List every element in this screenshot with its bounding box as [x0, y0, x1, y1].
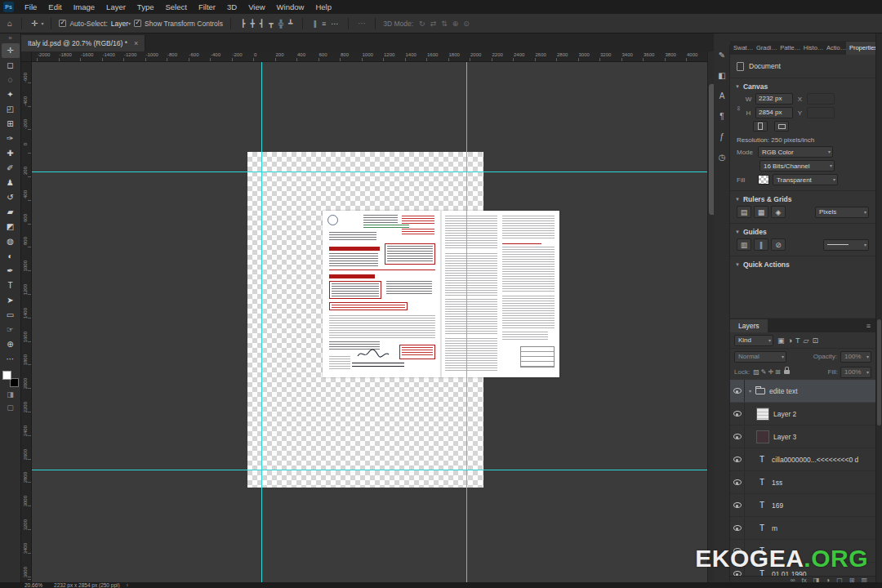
character-panel-icon[interactable]: A: [714, 86, 730, 106]
layer-visibility-toggle[interactable]: [730, 517, 745, 539]
hand-tool[interactable]: ☞: [2, 323, 20, 337]
3d-roll-icon[interactable]: ⇄: [428, 15, 439, 33]
menu-edit[interactable]: Edit: [42, 0, 67, 14]
layer-row[interactable]: Layer 3: [730, 425, 875, 448]
distribute-vertical-icon[interactable]: ∥: [310, 15, 319, 33]
marquee-tool[interactable]: ◻: [2, 58, 20, 73]
blur-tool[interactable]: ◍: [2, 234, 20, 249]
menu-window[interactable]: Window: [271, 0, 310, 14]
align-center-horizontal-icon[interactable]: ╋: [247, 15, 256, 33]
bit-depth-select[interactable]: 16 Bits/Channel: [760, 160, 835, 172]
tab-histo[interactable]: Histo…: [800, 42, 823, 55]
zoom-level[interactable]: 20.66%: [24, 582, 42, 588]
screen-mode-icon[interactable]: ▢: [2, 401, 20, 414]
layer-effects-icon[interactable]: fx: [802, 577, 807, 582]
home-icon[interactable]: ⌂: [6, 19, 14, 28]
align-middle-icon[interactable]: ╬: [276, 15, 286, 33]
lock-guides-icon[interactable]: ∥: [754, 238, 768, 251]
opacity-select[interactable]: 100%: [840, 351, 871, 363]
status-arrow-icon[interactable]: ›: [127, 582, 128, 588]
move-tool-icon[interactable]: ✛: [29, 19, 39, 28]
tab-gradi[interactable]: Gradi…: [753, 42, 777, 55]
color-wells[interactable]: [2, 370, 20, 388]
fill-select[interactable]: Transparent: [773, 174, 838, 185]
delete-layer-icon[interactable]: ▥: [861, 577, 867, 582]
document-tab[interactable]: Italy id.psd @ 20.7% (RGB/16) * ×: [21, 35, 145, 51]
move-tool[interactable]: ✛: [2, 43, 20, 58]
layer-name[interactable]: 1ss: [772, 479, 782, 487]
3d-scale-icon[interactable]: ⊙: [461, 15, 472, 33]
layer-row[interactable]: T169: [730, 494, 875, 517]
layer-row[interactable]: T1ss: [730, 471, 875, 494]
new-layer-icon[interactable]: ⊞: [849, 577, 855, 582]
distribute-horizontal-icon[interactable]: ≡: [319, 15, 328, 33]
show-transform-checkbox[interactable]: ✓: [134, 20, 141, 27]
layer-row[interactable]: Layer 2: [730, 403, 875, 425]
auto-select-checkbox[interactable]: ✓: [59, 20, 66, 27]
horizontal-ruler[interactable]: -2000-1800-1600-1400-1200-1000-800-600-4…: [21, 51, 707, 62]
link-layers-icon[interactable]: ∞: [791, 577, 795, 582]
paragraph-panel-icon[interactable]: ¶: [714, 106, 730, 127]
more-options-icon[interactable]: ⋯: [356, 19, 368, 28]
layer-row[interactable]: Tm: [730, 517, 875, 540]
glyphs-panel-icon[interactable]: ƒ: [714, 127, 730, 147]
tab-patte[interactable]: Patte…: [777, 42, 800, 55]
filter-pixel-layers-icon[interactable]: ▣: [777, 336, 785, 345]
quick-mask-icon[interactable]: ◨: [2, 388, 20, 401]
healing-brush-tool[interactable]: ✚: [2, 146, 20, 161]
layer-name[interactable]: m: [772, 524, 777, 532]
3d-drag-icon[interactable]: ⇅: [439, 15, 450, 33]
layer-group-icon[interactable]: ▢: [836, 577, 843, 582]
fill-swatch[interactable]: [758, 175, 769, 185]
clear-guides-icon[interactable]: ⊘: [771, 238, 786, 251]
toggle-grid-icon[interactable]: ▦: [754, 206, 768, 218]
align-right-icon[interactable]: ┫: [257, 15, 266, 33]
layer-name[interactable]: Layer 2: [773, 410, 796, 418]
menu-file[interactable]: File: [19, 0, 42, 14]
link-dimensions-icon[interactable]: ∞: [735, 106, 742, 111]
menu-image[interactable]: Image: [68, 0, 100, 14]
crop-tool[interactable]: ◰: [2, 102, 20, 117]
layers-tab[interactable]: Layers: [730, 319, 768, 332]
guides-section-header[interactable]: ▼Guides: [735, 228, 869, 236]
quick-actions-section-header[interactable]: ▼Quick Actions: [735, 261, 869, 269]
layer-name[interactable]: edite text: [769, 387, 798, 395]
pen-tool[interactable]: ✒: [2, 264, 20, 278]
auto-select-target-dropdown[interactable]: Layer▾: [111, 20, 131, 28]
layer-filter-select[interactable]: Kind: [734, 335, 773, 346]
height-field[interactable]: 2854 px: [755, 107, 793, 118]
collapse-toolbar-icon[interactable]: »: [0, 33, 20, 43]
guide-horizontal-2[interactable]: [32, 470, 707, 470]
align-left-icon[interactable]: ┣: [238, 15, 247, 33]
lock-pixels-icon[interactable]: ✎: [761, 368, 767, 376]
new-guide-layout-icon[interactable]: ▥: [737, 238, 751, 251]
layer-visibility-toggle[interactable]: [730, 380, 745, 402]
color-panel-icon[interactable]: ◧: [714, 65, 730, 86]
3d-rotate-icon[interactable]: ↻: [416, 15, 428, 33]
landscape-orientation-button[interactable]: [774, 121, 789, 131]
clone-stamp-tool[interactable]: ♟: [2, 176, 20, 190]
toggle-rulers-icon[interactable]: ▤: [737, 206, 751, 218]
eraser-tool[interactable]: ▰: [2, 205, 20, 220]
dodge-tool[interactable]: ◐: [2, 249, 20, 264]
lock-artboard-icon[interactable]: ⊞: [775, 368, 781, 376]
shape-tool[interactable]: ▭: [2, 308, 20, 323]
eyedropper-tool[interactable]: ✑: [2, 131, 20, 146]
layer-visibility-toggle[interactable]: [730, 494, 745, 516]
canvas-section-header[interactable]: ▼Canvas: [735, 82, 869, 91]
filter-shape-layers-icon[interactable]: ▱: [803, 336, 808, 345]
layer-visibility-toggle[interactable]: [730, 471, 745, 493]
history-brush-tool[interactable]: ↺: [2, 190, 20, 205]
canvas-viewport[interactable]: -2000-1800-1600-1400-1200-1000-800-600-4…: [21, 51, 707, 582]
guide-style-select[interactable]: [823, 239, 869, 251]
menu-layer[interactable]: Layer: [100, 0, 131, 14]
layer-row[interactable]: Tcilla0000000...<<<<<<<<0 d: [730, 448, 875, 471]
canvas-vertical-scrollbar[interactable]: [707, 51, 714, 582]
lock-position-icon[interactable]: ✛: [768, 368, 773, 376]
panel-scrollbar[interactable]: [875, 33, 882, 582]
brush-tool[interactable]: ✐: [2, 161, 20, 176]
edit-toolbar-icon[interactable]: ⋯: [2, 352, 20, 367]
filter-type-layers-icon[interactable]: T: [795, 336, 800, 345]
tab-properties[interactable]: Properties: [846, 42, 875, 55]
menu-type[interactable]: Type: [131, 0, 160, 14]
